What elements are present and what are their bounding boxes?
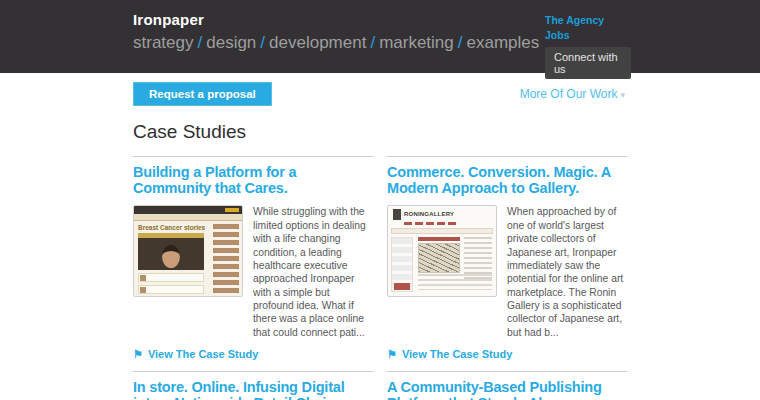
- thumb-comment-row: [138, 273, 204, 282]
- thumb-video: [138, 238, 204, 270]
- slash-separator: /: [193, 33, 206, 52]
- request-proposal-button[interactable]: Request a proposal: [133, 82, 272, 106]
- header-nav: The Agency Jobs Connect with us: [545, 13, 631, 79]
- slash-separator: /: [256, 33, 269, 52]
- case-study-card: Commerce. Conversion. Magic. A Modern Ap…: [387, 156, 627, 360]
- thumb-banner: [391, 228, 493, 234]
- nav-link-jobs[interactable]: Jobs: [545, 28, 631, 43]
- tagline-word: design: [206, 33, 256, 52]
- tagline-word: examples: [467, 33, 540, 52]
- thumb-comment-row: [138, 285, 204, 294]
- slash-separator: /: [366, 33, 379, 52]
- thumb-heading: Breast Cancer stories: [138, 224, 205, 231]
- logo[interactable]: Ironpaper: [133, 11, 204, 28]
- thumb-sidebar-list: [213, 224, 239, 293]
- thumb-nav-links: [404, 222, 456, 225]
- case-study-title[interactable]: Building a Platform for a Community that…: [133, 164, 373, 196]
- page-title: Case Studies: [133, 121, 760, 143]
- flag-icon: ⚑: [387, 349, 397, 360]
- thumb-topbar: [134, 206, 242, 214]
- tagline-word: marketing: [379, 33, 454, 52]
- view-case-study-link[interactable]: ⚑ View The Case Study: [133, 348, 373, 360]
- connect-with-us-button[interactable]: Connect with us: [545, 47, 631, 79]
- case-study-excerpt: While struggling with the limited option…: [253, 205, 373, 339]
- view-case-study-link[interactable]: ⚑ View The Case Study: [387, 348, 627, 360]
- flag-icon: ⚑: [133, 349, 143, 360]
- case-study-title[interactable]: In store. Online. Infusing Digital into …: [133, 379, 373, 400]
- case-study-thumbnail[interactable]: RONINGALLERY: [387, 205, 497, 297]
- thumb-section-bar: [418, 237, 460, 241]
- case-study-title[interactable]: Commerce. Conversion. Magic. A Modern Ap…: [387, 164, 627, 196]
- case-studies-grid: Building a Platform for a Community that…: [133, 156, 627, 400]
- person-face: [162, 245, 180, 268]
- thumb-text-lines: [418, 274, 492, 290]
- tagline-word: strategy: [133, 33, 193, 52]
- case-study-title[interactable]: A Community-Based Publishing Platform th…: [387, 379, 627, 400]
- thumb-red-button: [394, 283, 410, 290]
- thumb-navbar: [134, 214, 242, 221]
- case-study-card: Building a Platform for a Community that…: [133, 156, 373, 360]
- slash-separator: /: [454, 33, 467, 52]
- chevron-down-icon: ▾: [617, 90, 625, 100]
- tagline-word: development: [269, 33, 366, 52]
- more-of-our-work-link[interactable]: More Of Our Work▾: [520, 87, 625, 101]
- gallery-logo-mark: [393, 209, 401, 220]
- thumb-heading: RONINGALLERY: [404, 211, 454, 217]
- case-study-card: A Community-Based Publishing Platform th…: [387, 371, 627, 400]
- case-study-thumbnail[interactable]: Breast Cancer stories: [133, 205, 243, 297]
- site-header: Ironpaper strategy/design/development/ma…: [0, 0, 760, 73]
- page: Ironpaper strategy/design/development/ma…: [0, 0, 760, 400]
- artwork-image: [418, 243, 460, 273]
- case-study-excerpt: When approached by of one of world's lar…: [507, 205, 627, 339]
- case-study-card: In store. Online. Infusing Digital into …: [133, 371, 373, 400]
- nav-link-the-agency[interactable]: The Agency: [545, 13, 631, 28]
- tagline: strategy/design/development/marketing/ex…: [133, 33, 539, 53]
- thumb-detail-lines: [464, 237, 492, 279]
